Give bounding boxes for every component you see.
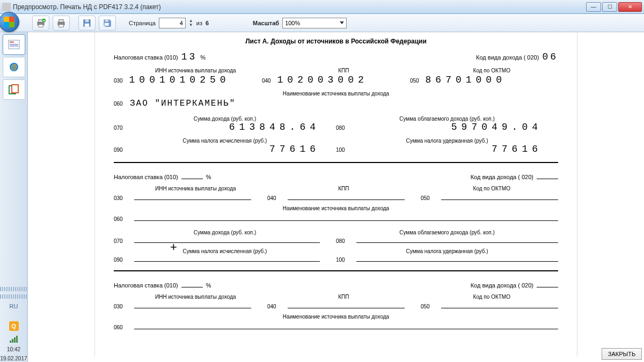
blank-field bbox=[441, 301, 558, 308]
value-source-name: ЗАО "ИНТЕРКАМЕНЬ" bbox=[130, 99, 236, 108]
taskbar-app-preview[interactable] bbox=[3, 34, 25, 55]
blank-field bbox=[181, 172, 203, 179]
label-percent: % bbox=[206, 282, 211, 289]
blank-field bbox=[288, 193, 405, 200]
at-icon: @ bbox=[8, 62, 20, 72]
value-inn: 1001010250 bbox=[129, 75, 262, 85]
minimize-button[interactable]: — bbox=[586, 2, 601, 12]
label-source-name: Наименование источника выплаты дохода bbox=[114, 205, 558, 211]
value-tax-rate: 13 bbox=[181, 51, 197, 62]
print-button[interactable] bbox=[53, 16, 70, 31]
label-taxable-sum: Сумма облагаемого дохода (руб. коп.) bbox=[336, 230, 558, 235]
code-050: 050 bbox=[421, 195, 437, 201]
code-030: 030 bbox=[114, 195, 130, 201]
code-100: 100 bbox=[336, 257, 352, 263]
save-button[interactable] bbox=[78, 16, 96, 31]
blank-field bbox=[134, 193, 251, 200]
zoom-value: 100% bbox=[285, 20, 300, 26]
code-080: 080 bbox=[336, 125, 352, 131]
value-taxable: 597049.04 bbox=[352, 122, 558, 132]
label-income-code: Код вида дохода ( 020) bbox=[471, 282, 533, 289]
label-kpp: КПП bbox=[277, 294, 410, 300]
value-income-code: 06 bbox=[542, 51, 558, 62]
blank-field bbox=[134, 301, 251, 308]
code-070: 070 bbox=[114, 125, 130, 131]
label-inn-source: ИНН источника выплаты дохода bbox=[129, 294, 262, 300]
label-source-name: Наименование источника выплаты дохода bbox=[114, 314, 558, 320]
label-inn-source: ИНН источника выплаты дохода bbox=[129, 186, 262, 191]
svg-rect-13 bbox=[105, 23, 109, 26]
tray-network-icon[interactable] bbox=[10, 335, 18, 343]
value-tax-calc: 77616 bbox=[130, 144, 336, 154]
printer-check-icon bbox=[35, 18, 46, 28]
zoom-select[interactable]: 100% bbox=[282, 18, 347, 28]
taskbar-app-mail[interactable]: @ bbox=[3, 57, 25, 77]
code-030: 030 bbox=[114, 78, 129, 84]
code-090: 090 bbox=[114, 147, 130, 153]
chevron-down-icon bbox=[340, 21, 344, 24]
tray-notifier-icon[interactable]: Q bbox=[9, 321, 19, 331]
code-050: 050 bbox=[421, 304, 437, 309]
blank-field bbox=[181, 280, 203, 287]
tray-time[interactable]: 10:42 bbox=[7, 346, 20, 353]
document-page: Лист А. Доходы от источников в Российско… bbox=[94, 32, 577, 357]
label-source-name: Наименование источника выплаты дохода bbox=[114, 91, 558, 97]
floppy-icon bbox=[82, 18, 92, 28]
value-oktmo: 86701000 bbox=[426, 75, 558, 85]
taskbar-grip bbox=[0, 294, 27, 299]
page-number-input[interactable] bbox=[159, 18, 186, 28]
code-030: 030 bbox=[114, 304, 130, 309]
label-tax-rate: Налоговая ставка (010) bbox=[114, 282, 178, 289]
print-default-button[interactable] bbox=[32, 16, 49, 31]
code-060: 060 bbox=[114, 324, 130, 330]
start-orb[interactable] bbox=[0, 12, 19, 32]
page-of-label: из bbox=[196, 20, 202, 26]
label-income-sum: Сумма дохода (руб. коп.) bbox=[114, 230, 336, 235]
blank-field bbox=[134, 254, 320, 262]
printer-icon bbox=[56, 18, 67, 28]
app-icon bbox=[2, 3, 11, 11]
code-040: 040 bbox=[267, 304, 283, 309]
taskbar-app-docs[interactable] bbox=[3, 79, 25, 100]
maximize-button[interactable]: ☐ bbox=[602, 2, 617, 12]
svg-rect-21 bbox=[12, 85, 18, 93]
label-income-code: Код вида дохода ( 020) bbox=[476, 54, 539, 61]
zoom-label: Масштаб bbox=[253, 20, 279, 26]
label-inn-source: ИНН источника выплаты дохода bbox=[129, 68, 262, 73]
doc-title: Лист А. Доходы от источников в Российско… bbox=[114, 38, 558, 45]
code-090: 090 bbox=[114, 257, 130, 263]
section-divider bbox=[114, 162, 558, 163]
label-oktmo: Код по ОКТМО bbox=[426, 294, 558, 300]
preview-viewport[interactable]: Лист А. Доходы от источников в Российско… bbox=[28, 32, 644, 362]
save-as-button[interactable] bbox=[99, 16, 116, 31]
blank-field bbox=[356, 235, 558, 243]
tray-date[interactable]: 19.02.2017 bbox=[0, 355, 27, 362]
svg-rect-17 bbox=[10, 46, 18, 47]
left-taskbar: @ RU Q 10:42 19.02.2017 bbox=[0, 32, 28, 362]
page-down-spinner[interactable]: ▼ bbox=[189, 23, 193, 27]
code-060: 060 bbox=[114, 216, 130, 222]
label-oktmo: Код по ОКТМО bbox=[426, 68, 558, 73]
label-income-code: Код вида дохода ( 020) bbox=[471, 174, 533, 180]
tray-language[interactable]: RU bbox=[10, 301, 18, 312]
label-kpp: КПП bbox=[277, 68, 410, 73]
section-divider bbox=[114, 270, 558, 271]
window-close-button[interactable]: ✕ bbox=[618, 2, 642, 12]
close-button[interactable]: ЗАКРЫТЬ bbox=[602, 348, 642, 360]
svg-rect-9 bbox=[85, 23, 89, 26]
code-070: 070 bbox=[114, 238, 130, 244]
page-total: 6 bbox=[206, 20, 209, 26]
code-100: 100 bbox=[336, 147, 352, 153]
svg-rect-2 bbox=[39, 24, 43, 27]
code-040: 040 bbox=[262, 78, 277, 84]
blank-field bbox=[134, 213, 558, 221]
page-label: Страница bbox=[129, 20, 156, 26]
label-tax-calc: Сумма налога исчисленная (руб.) bbox=[114, 248, 336, 254]
window-title: Предпросмотр. Печать НД с PDF417 3.2.4 (… bbox=[13, 3, 586, 11]
value-kpp: 102003002 bbox=[277, 75, 410, 85]
label-tax-rate: Налоговая ставка (010) bbox=[114, 174, 178, 180]
code-060: 060 bbox=[114, 101, 130, 107]
blank-field bbox=[288, 301, 405, 308]
label-oktmo: Код по ОКТМО bbox=[426, 186, 558, 191]
value-tax-withheld: 77616 bbox=[352, 144, 558, 154]
